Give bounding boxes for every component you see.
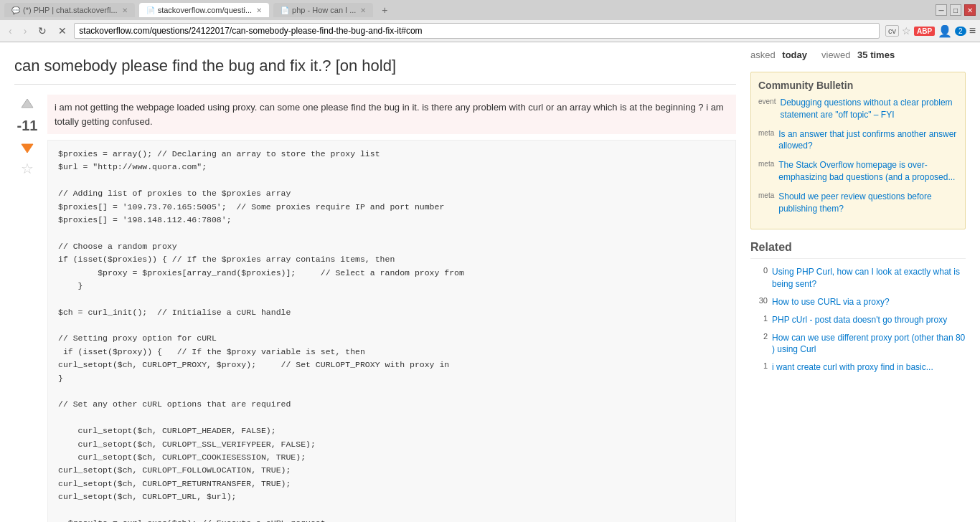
bulletin-link-0[interactable]: Debugging questions without a clear prob… <box>780 97 958 121</box>
vote-down-btn[interactable] <box>17 137 37 157</box>
related-link-4[interactable]: i want create curl with proxy find in ba… <box>772 361 933 374</box>
related-count-0: 0 <box>750 266 768 275</box>
question-body: i am not getting the webpage loaded usin… <box>47 95 736 522</box>
sidebar: asked today viewed 35 times Community Bu… <box>750 49 966 522</box>
bulletin-item-0: event Debugging questions without a clea… <box>758 97 958 121</box>
vote-count: -11 <box>17 118 38 134</box>
adblock-badge: ABP <box>914 27 935 36</box>
tab-close-btn[interactable]: ✕ <box>122 6 128 14</box>
related-count-4: 1 <box>750 361 768 370</box>
tab-php-chat[interactable]: 💬 (*) PHP | chat.stackoverfl... ✕ <box>4 3 135 17</box>
related-title: Related <box>750 241 966 259</box>
bulletin-tag-0: event <box>758 97 776 105</box>
tab-favicon-2: 📄 <box>146 6 155 14</box>
back-btn[interactable]: ‹ <box>4 24 17 38</box>
bulletin-link-2[interactable]: The Stack Overflow homepage is over-emph… <box>778 159 958 184</box>
cv-icon[interactable]: cv <box>885 25 899 37</box>
asked-info: asked today viewed 35 times <box>750 49 966 60</box>
bulletin-tag-1: meta <box>758 128 774 137</box>
related-section: Related 0 Using PHP Curl, how can I look… <box>750 241 966 374</box>
tab-php-howcan[interactable]: 📄 php - How can I ... ✕ <box>273 3 373 17</box>
menu-icon[interactable]: ≡ <box>969 24 976 37</box>
browser-nav-icons: cv ☆ ABP 👤 2 ≡ <box>885 24 976 38</box>
tab-bar: 💬 (*) PHP | chat.stackoverfl... ✕ 📄 stac… <box>4 3 392 17</box>
related-item-2: 1 PHP cUrl - post data doesn't go throug… <box>750 314 966 326</box>
downvote-icon <box>19 138 36 156</box>
related-item-3: 2 How can we use different proxy port (o… <box>750 332 966 356</box>
maximize-btn[interactable]: □ <box>950 4 961 16</box>
new-tab-btn[interactable]: + <box>377 3 392 17</box>
vote-up-btn[interactable] <box>17 95 37 115</box>
question-text-content: i am not getting the webpage loaded usin… <box>55 102 724 127</box>
page-content: can somebody please find the bug and fix… <box>0 42 980 522</box>
title-bar: 💬 (*) PHP | chat.stackoverfl... ✕ 📄 stac… <box>0 0 980 20</box>
related-item-0: 0 Using PHP Curl, how can I look at exac… <box>750 266 966 290</box>
asked-section: asked today <box>750 49 807 60</box>
favorite-btn[interactable]: ☆ <box>21 160 34 177</box>
main-column: can somebody please find the bug and fix… <box>14 49 750 522</box>
vote-column: -11 ☆ <box>14 95 40 522</box>
related-link-2[interactable]: PHP cUrl - post data doesn't go through … <box>772 314 947 326</box>
bulletin-link-1[interactable]: Is an answer that just confirms another … <box>778 128 958 153</box>
upvote-icon <box>19 96 36 113</box>
bulletin-tag-3: meta <box>758 191 774 199</box>
tab-favicon: 💬 <box>11 6 20 14</box>
related-item-4: 1 i want create curl with proxy find in … <box>750 361 966 374</box>
community-bulletin: Community Bulletin event Debugging quest… <box>750 72 966 229</box>
close-btn[interactable]: ✕ <box>964 4 976 16</box>
question-text: i am not getting the webpage loaded usin… <box>47 95 736 134</box>
related-count-3: 2 <box>750 332 768 341</box>
reload-btn[interactable]: ↻ <box>34 24 51 38</box>
tab-stackoverflow[interactable]: 📄 stackoverflow.com/questi... ✕ <box>139 3 269 17</box>
tab-close-btn-2[interactable]: ✕ <box>256 6 262 14</box>
related-count-1: 30 <box>750 296 768 305</box>
nav-bar: ‹ › ↻ ✕ cv ☆ ABP 👤 2 ≡ <box>0 20 980 42</box>
notif-badge[interactable]: 2 <box>955 27 966 36</box>
related-item-1: 30 How to use CURL via a proxy? <box>750 296 966 308</box>
user-icon[interactable]: 👤 <box>938 24 952 38</box>
bulletin-item-3: meta Should we peer review questions bef… <box>758 191 958 215</box>
asked-label: asked <box>750 49 776 60</box>
minimize-btn[interactable]: ─ <box>936 4 947 16</box>
question-area: -11 ☆ i am not getting the webpage loade… <box>14 95 736 522</box>
address-bar[interactable] <box>74 23 880 39</box>
related-link-0[interactable]: Using PHP Curl, how can I look at exactl… <box>772 266 966 290</box>
bulletin-tag-2: meta <box>758 159 774 168</box>
bulletin-item-2: meta The Stack Overflow homepage is over… <box>758 159 958 184</box>
window-controls: ─ □ ✕ <box>936 4 976 16</box>
bulletin-title: Community Bulletin <box>758 80 958 91</box>
tab-close-btn-3[interactable]: ✕ <box>360 6 366 14</box>
tab-label-3: php - How can I ... <box>292 6 356 14</box>
related-link-1[interactable]: How to use CURL via a proxy? <box>772 296 890 308</box>
tab-favicon-3: 📄 <box>281 6 289 14</box>
tab-label-2: stackoverflow.com/questi... <box>158 6 252 14</box>
bulletin-link-3[interactable]: Should we peer review questions before p… <box>778 191 958 215</box>
question-title: can somebody please find the bug and fix… <box>14 49 736 85</box>
viewed-section: viewed 35 times <box>821 49 895 60</box>
close-load-btn[interactable]: ✕ <box>54 24 71 38</box>
browser-chrome: 💬 (*) PHP | chat.stackoverfl... ✕ 📄 stac… <box>0 0 980 42</box>
related-link-3[interactable]: How can we use different proxy port (oth… <box>772 332 966 356</box>
viewed-label: viewed <box>821 49 850 60</box>
code-block[interactable]: $proxies = array(); // Declaring an arra… <box>47 140 736 522</box>
viewed-value: 35 times <box>857 49 895 60</box>
bulletin-item-1: meta Is an answer that just confirms ano… <box>758 128 958 153</box>
forward-btn[interactable]: › <box>19 24 32 38</box>
asked-value: today <box>782 49 807 60</box>
related-count-2: 1 <box>750 314 768 323</box>
star-icon[interactable]: ☆ <box>902 25 911 37</box>
tab-label: (*) PHP | chat.stackoverfl... <box>23 6 118 14</box>
